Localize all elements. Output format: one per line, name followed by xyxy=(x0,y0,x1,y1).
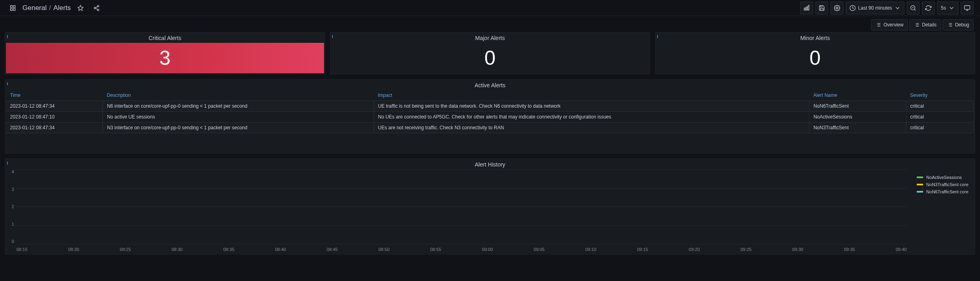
cell-severity: critical xyxy=(906,112,974,122)
cell-description: N6 interface on core/core-upf-pp-0 sendi… xyxy=(103,101,374,112)
x-tick: 09:00 xyxy=(482,247,493,252)
dashboard-grid-icon[interactable] xyxy=(6,2,19,14)
svg-point-15 xyxy=(836,7,838,9)
table-row[interactable]: 2023-01-12 08:47:34N6 interface on core/… xyxy=(6,101,974,112)
stat-value-major: 0 xyxy=(485,46,496,70)
cell-description: No active UE sessions xyxy=(103,112,374,122)
legend-label: NoN3TrafficSent core xyxy=(926,182,968,187)
legend-swatch xyxy=(917,191,923,193)
add-panel-button[interactable] xyxy=(800,2,813,14)
svg-rect-2 xyxy=(10,8,12,10)
svg-rect-1 xyxy=(13,6,15,8)
x-tick: 09:05 xyxy=(533,247,545,252)
stat-value-minor: 0 xyxy=(809,46,821,70)
col-time[interactable]: Time xyxy=(6,90,103,101)
panel-title: Major Alerts xyxy=(330,32,650,43)
svg-line-8 xyxy=(95,8,97,10)
breadcrumb-separator: / xyxy=(49,4,51,12)
time-range-picker[interactable]: Last 90 minutes xyxy=(846,2,905,14)
chart-legend: NoActiveSessionsNoN3TrafficSent coreNoN6… xyxy=(917,175,968,194)
col-alert-name[interactable]: Alert Name xyxy=(809,90,906,101)
x-tick: 08:20 xyxy=(68,247,79,252)
cell-alert_name: NoActiveSessions xyxy=(809,112,906,122)
settings-button[interactable] xyxy=(831,2,843,14)
save-dashboard-button[interactable] xyxy=(815,2,828,14)
chart-x-axis: 08:1508:2008:2508:3008:3508:4008:4508:50… xyxy=(16,247,907,252)
svg-line-18 xyxy=(914,9,916,10)
view-tabs: Overview Details Debug xyxy=(0,16,980,32)
cell-alert_name: NoN3TrafficSent xyxy=(809,122,906,133)
x-tick: 08:30 xyxy=(171,247,183,252)
refresh-interval-picker[interactable]: 5s xyxy=(937,2,958,14)
stat-body: 3 xyxy=(6,43,324,73)
table-row[interactable]: 2023-01-12 08:47:10No active UE sessions… xyxy=(6,112,974,122)
chevron-down-icon xyxy=(948,5,955,11)
x-tick: 08:40 xyxy=(275,247,286,252)
panel-title: Critical Alerts xyxy=(5,32,325,43)
y-tick: 0 xyxy=(5,239,15,244)
col-impact[interactable]: Impact xyxy=(374,90,809,101)
table-row[interactable]: 2023-01-12 08:47:34N3 interface on core/… xyxy=(6,122,974,133)
x-tick: 08:25 xyxy=(120,247,131,252)
tab-overview[interactable]: Overview xyxy=(871,19,908,30)
x-tick: 08:55 xyxy=(430,247,441,252)
x-tick: 09:30 xyxy=(792,247,803,252)
legend-item[interactable]: NoN6TrafficSent core xyxy=(917,189,968,194)
stats-row: i Critical Alerts 3 i Major Alerts 0 i M… xyxy=(5,32,975,74)
chart-area[interactable] xyxy=(16,169,907,244)
legend-label: NoN6TrafficSent core xyxy=(926,189,968,194)
monitor-button[interactable] xyxy=(961,2,974,14)
breadcrumb: General / Alerts xyxy=(22,4,71,12)
svg-marker-4 xyxy=(78,5,83,10)
y-tick: 2 xyxy=(5,204,15,209)
y-tick: 1 xyxy=(5,222,15,227)
svg-rect-11 xyxy=(806,7,807,10)
cell-severity: critical xyxy=(906,122,974,133)
svg-point-5 xyxy=(97,5,99,7)
col-description[interactable]: Description xyxy=(103,90,374,101)
zoom-out-button[interactable] xyxy=(907,2,920,14)
cell-time: 2023-01-12 08:47:10 xyxy=(6,112,103,122)
tab-details[interactable]: Details xyxy=(910,19,941,30)
alert-history-row: i Alert History 01234 08:1508:2008:2508:… xyxy=(5,159,975,255)
x-tick: 09:10 xyxy=(586,247,597,252)
breadcrumb-current[interactable]: Alerts xyxy=(53,4,70,12)
x-tick: 09:15 xyxy=(637,247,648,252)
panel-info-icon[interactable]: i xyxy=(7,81,8,86)
x-tick: 09:40 xyxy=(895,247,907,252)
cell-impact: No UEs are connected to AP5GC. Check for… xyxy=(374,112,809,122)
list-icon xyxy=(947,22,953,28)
col-severity[interactable]: Severity xyxy=(906,90,974,101)
list-icon xyxy=(875,22,881,28)
stat-value-critical: 3 xyxy=(159,46,171,70)
panel-info-icon[interactable]: i xyxy=(657,34,658,39)
svg-rect-12 xyxy=(808,6,809,10)
panel-info-icon[interactable]: i xyxy=(332,34,333,39)
panel-minor-alerts: i Minor Alerts 0 xyxy=(655,32,975,74)
list-icon xyxy=(914,22,920,28)
legend-item[interactable]: NoN3TrafficSent core xyxy=(917,182,968,187)
cell-impact: UEs are not receiving traffic. Check N3 … xyxy=(374,122,809,133)
svg-rect-20 xyxy=(964,6,970,9)
x-tick: 08:50 xyxy=(378,247,390,252)
tab-debug-label: Debug xyxy=(955,22,969,28)
cell-time: 2023-01-12 08:47:34 xyxy=(6,122,103,133)
svg-rect-0 xyxy=(10,6,12,8)
panel-info-icon[interactable]: i xyxy=(7,161,8,165)
share-icon[interactable] xyxy=(90,2,103,14)
tab-debug[interactable]: Debug xyxy=(943,19,974,30)
refresh-button[interactable] xyxy=(922,2,935,14)
dashboard-content: i Critical Alerts 3 i Major Alerts 0 i M… xyxy=(0,32,980,255)
refresh-interval-label: 5s xyxy=(941,5,946,11)
panel-info-icon[interactable]: i xyxy=(7,34,8,39)
star-icon[interactable] xyxy=(74,2,87,14)
y-tick: 4 xyxy=(5,169,15,174)
breadcrumb-root[interactable]: General xyxy=(22,4,46,12)
cell-time: 2023-01-12 08:47:34 xyxy=(6,101,103,112)
cell-alert_name: NoN6TrafficSent xyxy=(809,101,906,112)
chevron-down-icon xyxy=(894,5,901,11)
legend-item[interactable]: NoActiveSessions xyxy=(917,175,968,180)
svg-rect-10 xyxy=(804,8,805,10)
top-toolbar: General / Alerts Last 90 minutes xyxy=(0,0,980,16)
stat-body: 0 xyxy=(656,43,974,73)
